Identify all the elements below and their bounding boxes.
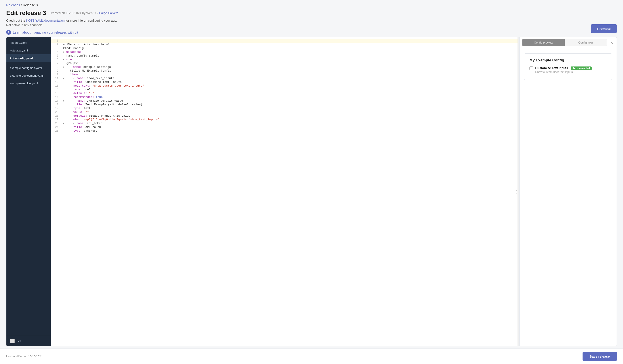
- info-section: Check out the KOTS YAML documentation fo…: [0, 17, 623, 27]
- sidebar-footer: ⬜ 🗂: [6, 336, 51, 346]
- config-item-text-0: Customize Text Inputs Recommended Show c…: [535, 66, 592, 74]
- code-line-17: 17 ▼ - name: example_default_value: [51, 99, 517, 103]
- code-line-24: 24 title: API token: [51, 125, 517, 129]
- code-line-21: 21 default: please change this value: [51, 114, 517, 118]
- code-line-20: 20 value: "": [51, 110, 517, 114]
- yaml-doc-link[interactable]: KOTS YAML documentation: [26, 19, 65, 22]
- code-line-13: 13 help_text: "Show custom user text inp…: [51, 84, 517, 88]
- help-icon: ?: [6, 30, 11, 35]
- code-line-19: 19 type: text: [51, 106, 517, 110]
- add-file-icon[interactable]: ⬜: [10, 339, 15, 344]
- code-line-5: 5 name: config-sample: [51, 54, 517, 58]
- file-item-kots-app[interactable]: kots-app.yaml: [6, 47, 51, 54]
- config-checkbox-0[interactable]: [530, 66, 533, 70]
- code-line-1: 1 ---: [51, 39, 517, 43]
- file-list: k8s-app.yaml kots-app.yaml kots-config.y…: [6, 37, 51, 336]
- code-line-14: 14 type: bool: [51, 88, 517, 91]
- file-item-example-deployment[interactable]: example-deployment.yaml: [6, 72, 51, 80]
- code-line-4: 4 ▼ metadata:: [51, 50, 517, 54]
- config-item-desc-0: Show custom user text inputs: [535, 70, 592, 74]
- code-line-9: 9 title: My Example Config: [51, 69, 517, 73]
- config-tabs: Config preview Config help: [522, 39, 607, 46]
- config-preview-box: My Example Config Customize Text Inputs …: [524, 53, 612, 80]
- code-line-25: 25 type: password: [51, 129, 517, 133]
- code-line-6: 6 ▼ spec:: [51, 58, 517, 61]
- file-divider: [6, 63, 51, 63]
- config-preview-content: My Example Config Customize Text Inputs …: [519, 48, 617, 346]
- tab-config-help[interactable]: Config help: [565, 39, 607, 46]
- breadcrumb-releases-link[interactable]: Releases: [6, 3, 20, 7]
- code-line-8: 8 ▼ - name: example_settings: [51, 65, 517, 69]
- config-preview-title: My Example Config: [530, 58, 607, 62]
- code-editor[interactable]: 1 --- 2 apiVersion: kots.io/v1beta1 3 ki…: [51, 37, 517, 346]
- file-item-k8s-app[interactable]: k8s-app.yaml: [6, 39, 51, 47]
- promote-btn-container: Promote: [591, 24, 617, 33]
- tab-config-preview[interactable]: Config preview: [522, 39, 565, 46]
- page-footer: Last modified on 10/10/2024 Save release: [0, 348, 623, 364]
- code-line-2: 2 apiVersion: kots.io/v1beta1: [51, 43, 517, 46]
- code-line-12: 12 title: Customize Text Inputs: [51, 80, 517, 84]
- page-title: Edit release 3: [6, 9, 46, 17]
- code-line-18: 18 title: Text Example (with default val…: [51, 103, 517, 106]
- resize-handle-vertical[interactable]: ⋮⋮: [517, 37, 519, 346]
- config-badge-recommended-0: Recommended: [571, 66, 592, 70]
- save-release-button[interactable]: Save release: [582, 352, 617, 361]
- editor-area: k8s-app.yaml kots-app.yaml kots-config.y…: [6, 37, 617, 346]
- file-item-kots-config[interactable]: kots-config.yaml: [6, 54, 51, 62]
- info-suffix: for more info on configuring your app.: [66, 19, 117, 22]
- code-line-11: 11 ▼ - name: show_text_inputs: [51, 76, 517, 80]
- page-header: Edit release 3 Created on 10/10/2024 by …: [0, 8, 623, 17]
- meta-prefix: Created on 10/10/2024 by Web UI /: [50, 11, 98, 15]
- code-line-22: 22 when: repl{{ ConfigOptionEquals "show…: [51, 118, 517, 121]
- git-learn-link[interactable]: Learn about managing your releases with …: [13, 30, 78, 34]
- meta-author-link[interactable]: Paige Calvert: [99, 11, 118, 15]
- line-content-1: ---: [61, 39, 517, 43]
- file-item-example-configmap[interactable]: example-configmap.yaml: [6, 64, 51, 72]
- code-line-3: 3 kind: Config: [51, 46, 517, 50]
- config-item-0: Customize Text Inputs Recommended Show c…: [530, 66, 607, 74]
- code-lines: 1 --- 2 apiVersion: kots.io/v1beta1 3 ki…: [51, 37, 517, 135]
- info-line: Check out the KOTS YAML documentation fo…: [6, 19, 617, 22]
- breadcrumb-current: Release 3: [23, 3, 38, 7]
- config-panel: Config preview Config help × My Example …: [519, 37, 617, 346]
- line-num-1: 1: [51, 39, 61, 43]
- close-icon[interactable]: ×: [609, 40, 614, 45]
- footer-last-modified: Last modified on 10/10/2024: [6, 355, 43, 358]
- code-line-23: 23 ▼ - name: api_token: [51, 121, 517, 125]
- breadcrumb-separator: /: [21, 3, 22, 7]
- code-line-16: 16 recommended: true: [51, 95, 517, 99]
- code-line-7: 7 groups:: [51, 61, 517, 65]
- code-line-10: 10 items:: [51, 73, 517, 76]
- breadcrumb: Releases / Release 3: [0, 0, 623, 8]
- file-sidebar: k8s-app.yaml kots-app.yaml kots-config.y…: [6, 37, 51, 346]
- promote-button[interactable]: Promote: [591, 24, 617, 33]
- config-item-label-row-0: Customize Text Inputs Recommended: [535, 66, 592, 70]
- page-meta: Created on 10/10/2024 by Web UI / Paige …: [50, 11, 118, 15]
- file-item-example-service[interactable]: example-service.yaml: [6, 80, 51, 87]
- git-learn-row: ? Learn about managing your releases wit…: [0, 27, 623, 37]
- config-item-label-0: Customize Text Inputs: [535, 66, 568, 70]
- config-panel-header: Config preview Config help ×: [519, 37, 617, 48]
- not-active-label: Not active in any channels: [6, 23, 617, 27]
- code-line-15: 15 default: "0": [51, 91, 517, 95]
- info-prefix: Check out the: [6, 19, 25, 22]
- add-folder-icon[interactable]: 🗂: [18, 339, 22, 344]
